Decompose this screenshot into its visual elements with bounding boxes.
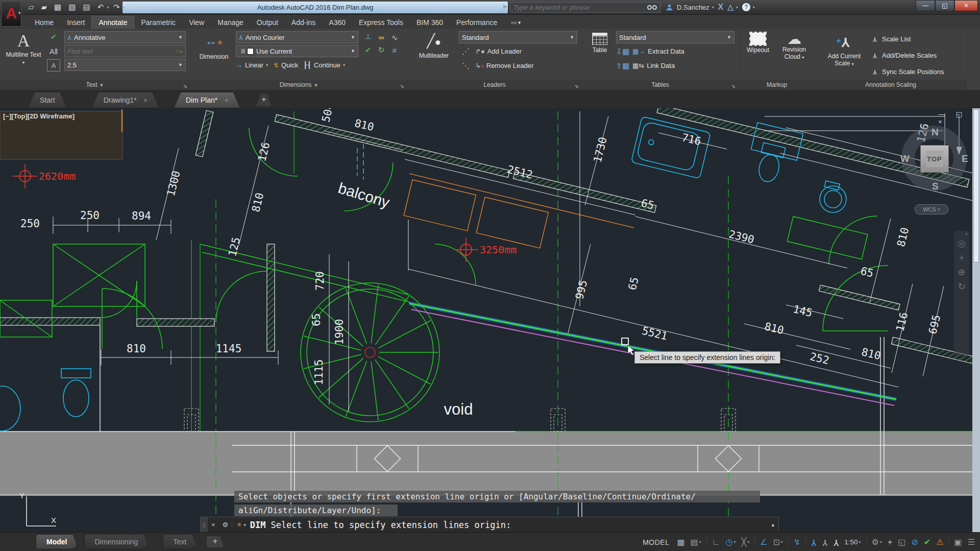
navigation-bar[interactable]: × ◎ + ⊕ ↻ [954, 231, 969, 356]
plan-geometry[interactable] [0, 128, 888, 432]
dimension-button[interactable]: ↔✳ Dimension [195, 31, 233, 60]
jog-line-icon[interactable]: ∿ [388, 32, 401, 44]
steering-wheel-icon[interactable]: ◎ [958, 239, 966, 248]
application-menu-button[interactable]: A▾ [1, 1, 21, 27]
command-recent-caret-icon[interactable]: ▾ [243, 522, 246, 528]
remove-leader-button[interactable]: ↳× Remove Leader [475, 59, 533, 72]
snap-icon[interactable]: ▤▾ [689, 536, 703, 548]
help-icon[interactable]: ? [742, 3, 750, 11]
undo-icon[interactable]: ↶ [95, 2, 107, 12]
panel-markup-footer[interactable]: Markup [739, 80, 815, 90]
quick-properties-icon[interactable]: ◱ [896, 536, 908, 548]
multileader-button[interactable]: ╱● Multileader [412, 31, 456, 59]
command-prompt[interactable]: DIMSelect line to specify extension line… [250, 520, 511, 530]
panel-annotation-scaling-footer[interactable]: Annotation Scaling [816, 80, 966, 90]
user-menu-caret-icon[interactable]: ▾ [712, 5, 714, 10]
check-spelling-icon[interactable]: ✔ [47, 31, 60, 43]
new-file-icon[interactable]: ▱ [26, 2, 37, 12]
save-icon[interactable]: ▦ [52, 2, 64, 12]
find-text-search-icon[interactable]: ◌₊ [176, 47, 183, 55]
signed-in-user[interactable]: D.Sanchez [677, 4, 709, 11]
dimension-style-dropdown[interactable]: Y Anno Courier▼ [236, 31, 358, 43]
ribbon-display-toggle-icon[interactable]: ▭ ▾ [511, 19, 521, 29]
model-space-label[interactable]: MODEL [643, 538, 669, 546]
object-snap-tracking-icon[interactable]: ∠ [758, 536, 769, 548]
ribbon-tab-performance[interactable]: Performance [450, 16, 504, 29]
save-status-icon[interactable]: ✔ [922, 536, 933, 548]
dimension-update-icon[interactable]: ↻ [375, 44, 388, 56]
workspace-icon[interactable]: ⚙▾ [870, 536, 884, 548]
text-height-dropdown[interactable]: 2.5▼ [64, 59, 186, 71]
scale-list-button[interactable]: Y Scale List [873, 33, 944, 45]
file-tab-dim-plan-[interactable]: Dim Plan*× [174, 92, 240, 108]
multileader-style-dropdown[interactable]: Standard▼ [459, 31, 577, 43]
walls[interactable] [0, 108, 980, 366]
panel-text-footer[interactable]: Text▼ ⇘ [0, 80, 190, 90]
add-delete-scales-button[interactable]: Y Add/Delete Scales [873, 49, 944, 62]
add-leader-button[interactable]: ↱● Add Leader [475, 45, 522, 58]
tab-close-icon[interactable]: × [144, 97, 148, 104]
extract-data-button[interactable]: ▦→ Extract Data [632, 45, 684, 58]
table-from-data-icon[interactable]: ⇩▦ [616, 45, 629, 58]
a360-icon[interactable]: △ [727, 3, 733, 12]
command-close-icon[interactable]: × [208, 521, 219, 529]
exchange-apps-icon[interactable]: X [718, 3, 724, 12]
table-style-dropdown[interactable]: Standard▼ [616, 31, 734, 43]
help-search-box[interactable] [510, 2, 660, 13]
layout-tab-model[interactable]: Model [36, 534, 78, 549]
annotation-alert-icon[interactable]: ⚠ [934, 536, 945, 548]
dynamic-input-icon[interactable]: ↯ [792, 536, 802, 548]
multiline-text-button[interactable]: A Multiline Text ▾ [5, 31, 42, 65]
file-tab-drawing1-[interactable]: Drawing1*× [92, 92, 159, 108]
text-style-dropdown[interactable]: Y Annotative▼ [64, 31, 186, 43]
new-drawing-tab-button[interactable]: + [256, 94, 272, 106]
annotation-monitor-icon[interactable]: + [886, 537, 894, 548]
ribbon-tab-view[interactable]: View [182, 16, 211, 29]
isodraft-icon[interactable]: ╳▾ [739, 536, 751, 548]
revision-cloud-button[interactable]: ☁ Revision Cloud ▾ [777, 33, 812, 60]
table-button[interactable]: Table [586, 33, 613, 54]
search-binoculars-icon[interactable] [647, 5, 657, 10]
find-text-field[interactable]: ◌₊ [64, 45, 186, 57]
orbit-icon[interactable]: ↻ [958, 282, 965, 291]
dimension-break-icon[interactable]: ┴ [361, 32, 375, 44]
upload-data-icon[interactable]: ⇧▦ [616, 60, 629, 72]
command-drag-handle[interactable]: ⣿ [201, 517, 208, 532]
save-as-icon[interactable]: ▧ [66, 2, 78, 12]
viewcube-north[interactable]: N [932, 127, 939, 138]
adjust-space-icon[interactable]: ⇹ [375, 32, 388, 44]
tab-close-icon[interactable]: × [225, 97, 228, 104]
autoscale-icon[interactable]: Y [820, 537, 830, 548]
navbar-close-icon[interactable]: × [965, 231, 968, 236]
customization-icon[interactable]: ☰ [966, 536, 977, 548]
plot-icon[interactable]: ▤ [80, 2, 92, 12]
viewcube-east[interactable]: E [962, 153, 968, 164]
leader-align-icon[interactable]: ⋰ [459, 45, 472, 58]
file-tab-start[interactable]: Start [28, 92, 67, 108]
close-button[interactable]: ✕ [954, 0, 978, 11]
leader-collect-icon[interactable]: ⋱ [459, 60, 472, 72]
panel-dimensions-footer[interactable]: Dimensions▼ ⇘ [191, 80, 407, 90]
viewcube-west[interactable]: W [900, 153, 910, 164]
sync-scale-positions-button[interactable]: Y Sync Scale Positions [873, 65, 944, 78]
command-collapse-icon[interactable]: ▴ [771, 521, 774, 528]
ribbon-tab-parametric[interactable]: Parametric [134, 16, 182, 29]
continue-dimension-button[interactable]: ┠┨ Continue▾ [303, 59, 345, 71]
annotation-scale-icon[interactable]: Y [831, 537, 841, 548]
open-file-icon[interactable]: ▰ [39, 2, 50, 12]
panel-leaders-footer[interactable]: Leaders ⇘ [408, 80, 582, 90]
ribbon-tab-home[interactable]: Home [28, 16, 60, 29]
scrollbar-thumb[interactable] [973, 109, 979, 262]
viewcube[interactable]: N W E S TOP [897, 122, 973, 198]
restore-button[interactable]: ◱ [935, 0, 954, 11]
command-customize-icon[interactable]: ⚙ [219, 521, 232, 529]
panel-tables-footer[interactable]: Tables ⇘ [582, 80, 739, 90]
polar-tracking-icon[interactable]: ◷▾ [723, 536, 738, 548]
link-data-button[interactable]: ▦⇆ Link Data [632, 59, 675, 72]
add-current-scale-button[interactable]: +Y Add Current Scale ▾ [820, 31, 869, 67]
new-layout-button[interactable]: + [207, 536, 224, 547]
ribbon-tab-insert[interactable]: Insert [60, 16, 91, 29]
help-search-input[interactable] [513, 4, 645, 11]
find-text-input[interactable] [67, 47, 176, 55]
viewcube-south[interactable]: S [932, 181, 939, 192]
